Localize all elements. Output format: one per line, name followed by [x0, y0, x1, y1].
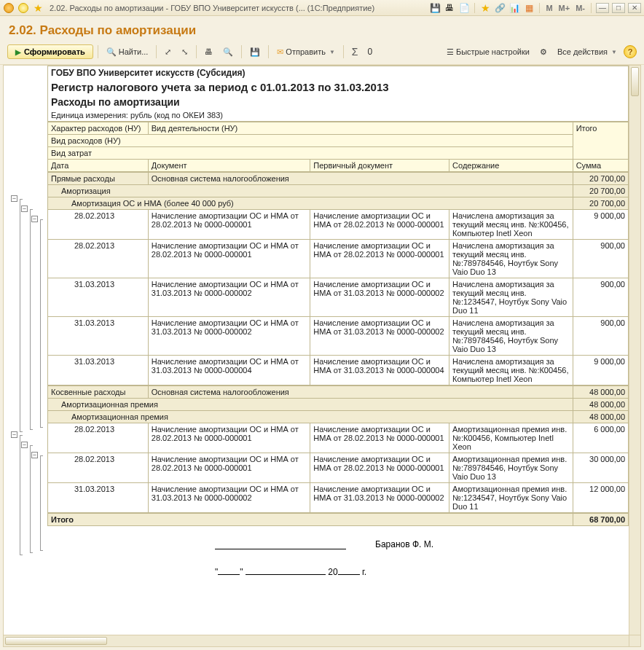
link-icon[interactable]: 🔗 [494, 2, 506, 14]
group-name: Косвенные расходы [48, 386, 149, 399]
cell-description: Начислена амортизация за текущий месяц и… [449, 356, 573, 385]
cell-primary-doc: Начисление амортизации ОС и НМА от 28.02… [310, 423, 449, 453]
form-button[interactable]: ▶Сформировать [7, 44, 93, 59]
settings-icon: ☰ [447, 47, 454, 57]
report-sheet[interactable]: ГОБУ ВПО Университет искусств (Субсидия)… [47, 66, 629, 635]
cell-primary-doc: Начисление амортизации ОС и НМА от 31.03… [310, 317, 449, 356]
send-button[interactable]: ✉Отправить▼ [273, 44, 338, 60]
cell-description: Амортизационная премия инв. №:789784546,… [449, 453, 573, 483]
sum-button[interactable]: Σ [348, 44, 362, 60]
cell-sum: 12 000,00 [573, 483, 628, 513]
cell-primary-doc: Начисление амортизации ОС и НМА от 31.03… [310, 356, 449, 385]
group-name: Прямые расходы [48, 173, 149, 185]
report-title: Регистр налогового учета за период с 01.… [51, 81, 625, 93]
help-button[interactable]: ? [624, 45, 637, 58]
cell-document: Начисление амортизации ОС и НМА от 28.02… [148, 210, 310, 240]
cell-document: Начисление амортизации ОС и НМА от 31.03… [148, 317, 310, 356]
group-system: Основная система налогообложения [148, 386, 573, 399]
all-actions-button[interactable]: Все действия▼ [554, 44, 621, 60]
cell-date: 31.03.2013 [48, 356, 149, 385]
calendar-icon[interactable]: ▦ [523, 2, 535, 14]
subgroup2-total: 48 000,00 [573, 411, 628, 423]
outline-toggle[interactable]: − [11, 195, 17, 202]
subgroup-name: Амортизация [48, 185, 573, 197]
table-row: 31.03.2013 Начисление амортизации ОС и Н… [48, 483, 629, 513]
search-icon: 🔍 [106, 47, 117, 57]
calc-icon[interactable]: 📊 [508, 2, 520, 14]
outline-toggle[interactable]: − [31, 216, 38, 222]
collapse-icon[interactable]: ⤡ [178, 44, 192, 60]
outline-toggle[interactable]: − [31, 452, 38, 458]
table-row: 31.03.2013 Начисление амортизации ОС и Н… [48, 317, 629, 356]
col-header: Дата [48, 160, 149, 172]
doc-icon[interactable]: 📄 [458, 2, 470, 14]
cell-document: Начисление амортизации ОС и НМА от 31.03… [148, 356, 310, 385]
minimize-button[interactable]: — [596, 3, 609, 13]
cell-date: 31.03.2013 [48, 278, 149, 317]
favorite-icon[interactable]: ★ [32, 2, 44, 14]
outline-gutter: − − − − − − [4, 66, 47, 635]
cell-date: 28.02.2013 [48, 210, 149, 240]
cell-date: 28.02.2013 [48, 453, 149, 483]
save-button[interactable]: 💾 [246, 44, 264, 60]
col-header: Сумма [573, 160, 628, 172]
subgroup2-total: 20 700,00 [573, 197, 628, 210]
cell-primary-doc: Начисление амортизации ОС и НМА от 28.02… [310, 210, 449, 240]
nav-back-icon[interactable] [17, 2, 29, 14]
col-header: Вид затрат [48, 147, 573, 160]
unit-label: Единица измерения: рубль (код по ОКЕИ 38… [51, 111, 625, 120]
page-title: 2.02. Расходы по амортизации [0, 16, 644, 42]
maximize-button[interactable]: □ [612, 3, 625, 13]
cell-document: Начисление амортизации ОС и НМА от 28.02… [148, 240, 310, 278]
cell-description: Начислена амортизация за текущий месяц и… [449, 210, 573, 240]
cell-primary-doc: Начисление амортизации ОС и НМА от 31.03… [310, 278, 449, 317]
scrollbar-vertical[interactable] [629, 66, 640, 635]
cell-document: Начисление амортизации ОС и НМА от 31.03… [148, 483, 310, 513]
window-title: 2.02. Расходы по амортизации - ГОБУ ВПО … [50, 4, 374, 12]
col-header: Первичный документ [310, 160, 449, 172]
col-header: Итого [573, 122, 628, 160]
col-header: Вид деятельности (НУ) [148, 122, 573, 135]
find-button[interactable]: 🔍Найти... [103, 44, 152, 60]
save-icon[interactable]: 💾 [429, 2, 441, 14]
sum-count: 0 [364, 47, 372, 57]
cell-primary-doc: Начисление амортизации ОС и НМА от 28.02… [310, 240, 449, 278]
grand-total-row: Итого 68 700,00 [47, 513, 629, 526]
close-button[interactable]: ✕ [628, 3, 641, 13]
expand-icon[interactable]: ⤢ [161, 44, 175, 60]
cell-sum: 900,00 [573, 240, 628, 278]
memory-m-button[interactable]: M [544, 4, 554, 12]
outline-toggle[interactable]: − [21, 205, 28, 212]
memory-mplus-button[interactable]: M+ [557, 4, 572, 12]
cell-document: Начисление амортизации ОС и НМА от 31.03… [148, 278, 310, 317]
cell-sum: 9 000,00 [573, 356, 628, 385]
print-button[interactable]: 🖶 [201, 44, 216, 60]
scrollbar-horizontal[interactable] [4, 635, 629, 646]
cell-sum: 9 000,00 [573, 210, 628, 240]
cell-sum: 900,00 [573, 278, 628, 317]
star-icon[interactable]: ★ [479, 2, 491, 14]
org-name: ГОБУ ВПО Университет искусств (Субсидия) [51, 68, 625, 78]
settings-button[interactable]: ⚙ [536, 44, 551, 60]
table-row: 28.02.2013 Начисление амортизации ОС и Н… [48, 210, 629, 240]
report-subtitle: Расходы по амортизации [51, 96, 625, 108]
cell-date: 28.02.2013 [48, 240, 149, 278]
table-row: 28.02.2013 Начисление амортизации ОС и Н… [48, 240, 629, 278]
grand-total-label: Итого [48, 514, 573, 526]
outline-toggle[interactable]: − [21, 442, 28, 448]
col-header: Характер расходов (НУ) [48, 122, 149, 135]
table-row: 31.03.2013 Начисление амортизации ОС и Н… [48, 278, 629, 317]
cell-date: 31.03.2013 [48, 483, 149, 513]
preview-button[interactable]: 🔍 [219, 44, 237, 60]
group-row: Косвенные расходыОсновная система налого… [47, 385, 629, 513]
app-icon [3, 2, 15, 14]
sigma-icon: Σ [352, 46, 358, 58]
cell-sum: 900,00 [573, 317, 628, 356]
outline-toggle[interactable]: − [11, 431, 17, 438]
memory-mminus-button[interactable]: M- [574, 4, 586, 12]
cell-sum: 6 000,00 [573, 423, 628, 453]
print-icon[interactable]: 🖶 [444, 2, 455, 14]
quick-settings-button[interactable]: ☰Быстрые настройки [443, 44, 533, 60]
report-header-block: ГОБУ ВПО Университет искусств (Субсидия)… [47, 66, 629, 122]
cell-sum: 30 000,00 [573, 453, 628, 483]
